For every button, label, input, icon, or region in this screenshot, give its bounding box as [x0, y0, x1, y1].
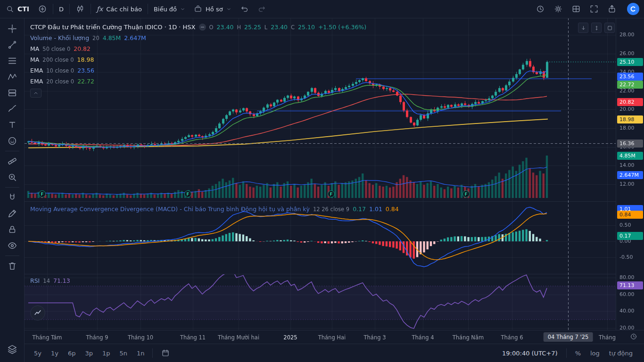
- range-button-5n[interactable]: 5n: [116, 348, 132, 359]
- price-axis[interactable]: 28.0026.0024.0022.0020.0018.0016.0014.00…: [616, 18, 644, 330]
- time-axis-label: 2025: [283, 334, 297, 341]
- indicator-legend-ma-50[interactable]: MA50 close 020.82: [30, 43, 366, 54]
- pane-collapse-button[interactable]: [591, 23, 602, 33]
- fullscreen-icon: [589, 4, 599, 14]
- go-to-date-button[interactable]: [157, 349, 174, 357]
- time-axis-label: Tháng: [599, 334, 616, 341]
- legend-hide-button[interactable]: [199, 24, 206, 31]
- chart-title[interactable]: CTCP Đầu tư Phát triển Cường Thuận IDICO…: [30, 24, 196, 31]
- indicator-params: 50 close 0: [42, 46, 70, 52]
- layout-select-button[interactable]: [569, 1, 584, 16]
- timezone-settings-icon[interactable]: [630, 333, 637, 340]
- zoom-tool[interactable]: [0, 169, 25, 185]
- indicator-name: EMA: [30, 67, 43, 74]
- chevron-down-icon: [226, 7, 231, 12]
- broker-logo[interactable]: [627, 3, 639, 15]
- financial-report-marker[interactable]: F: [462, 190, 470, 197]
- chevron-down-icon: [180, 7, 185, 12]
- indicator-name: EMA: [30, 78, 43, 85]
- chart-menu-button[interactable]: Biểu đồ: [149, 0, 190, 18]
- financial-report-marker[interactable]: F: [328, 190, 335, 197]
- range-button-5y[interactable]: 5y: [30, 348, 45, 359]
- range-button-6p[interactable]: 6p: [64, 348, 80, 359]
- volume-legend-row[interactable]: Volume - Khối lượng 20 4.85M 2.647M: [30, 33, 366, 43]
- share-button[interactable]: [604, 1, 619, 16]
- replay-button[interactable]: [533, 1, 548, 16]
- object-tree-tool[interactable]: [0, 341, 25, 357]
- time-axis-label: Tháng Năm: [453, 334, 484, 341]
- text-tool[interactable]: [0, 117, 25, 133]
- range-button-1n[interactable]: 1n: [133, 348, 149, 359]
- indicator-legend-ma-200[interactable]: MA200 close 018.98: [30, 54, 366, 65]
- indicator-legend-ema-10[interactable]: EMA10 close 023.56: [30, 65, 366, 76]
- volume-legend-value: 4.85M: [103, 34, 121, 41]
- auto-scale-button[interactable]: tự động: [604, 350, 637, 357]
- fib-retracement-tool[interactable]: [0, 53, 25, 69]
- toolbar-divider: [69, 4, 70, 14]
- indicator-params: 10 close 0: [46, 67, 74, 74]
- position-tool[interactable]: [0, 85, 25, 101]
- brush-tool[interactable]: [0, 101, 25, 117]
- rsi-legend[interactable]: RSI 14 71.13: [30, 275, 70, 286]
- toolbar-divider: [91, 4, 91, 14]
- redo-button[interactable]: [253, 0, 271, 18]
- chart-style-button[interactable]: [71, 0, 89, 18]
- undo-button[interactable]: [236, 0, 253, 18]
- pane-move-down-button[interactable]: [578, 23, 588, 33]
- indicator-value: 23.56: [77, 67, 94, 74]
- crosshair-tool[interactable]: [0, 21, 25, 37]
- macd-legend[interactable]: Moving Average Convergence Divergence (M…: [30, 204, 399, 214]
- financial-report-marker[interactable]: F: [184, 190, 191, 197]
- interval-button[interactable]: D: [55, 0, 68, 18]
- axis-tick: 40.00: [619, 308, 635, 314]
- compare-add-symbol-button[interactable]: [33, 0, 51, 18]
- crosshair-date-badge: 04 Tháng 7 '25: [544, 332, 593, 342]
- fullscreen-button[interactable]: [586, 1, 602, 16]
- macd-legend-title: Moving Average Convergence Divergence (M…: [30, 206, 310, 213]
- tradingview-watermark-icon[interactable]: [30, 305, 45, 321]
- emoji-tool[interactable]: [0, 133, 25, 149]
- indicator-legend-ema-20[interactable]: EMA20 close 022.72: [30, 76, 366, 87]
- magnet-tool[interactable]: [0, 189, 25, 206]
- symbol-search-button[interactable]: CTI: [0, 0, 33, 18]
- share-icon: [607, 4, 617, 14]
- candlestick-icon: [75, 4, 85, 14]
- macd-line-value: 1.01: [369, 206, 382, 213]
- profile-menu-button[interactable]: Hồ sơ: [190, 0, 236, 18]
- ohlc-close-value: 25.10: [298, 24, 315, 31]
- log-scale-button[interactable]: log: [586, 350, 604, 357]
- axis-tick: 22.00: [619, 88, 635, 94]
- percent-scale-button[interactable]: %: [570, 350, 586, 357]
- time-axis-label: Tháng 9: [86, 334, 108, 341]
- profile-menu-label: Hồ sơ: [206, 6, 223, 13]
- trend-line-tool[interactable]: [0, 37, 25, 53]
- time-axis[interactable]: Tháng TámTháng 9Tháng 10Tháng 11Tháng Mư…: [25, 330, 644, 344]
- clock-time[interactable]: 19:00:40 (UTC+7): [497, 350, 562, 357]
- settings-button[interactable]: [551, 1, 566, 16]
- clock-icon: [536, 4, 545, 14]
- draw-tool[interactable]: [0, 206, 25, 222]
- measure-tool[interactable]: [0, 153, 25, 169]
- rsi-legend-title: RSI: [30, 277, 40, 284]
- hide-drawings-tool[interactable]: [0, 238, 25, 254]
- legend-collapse-arrow[interactable]: [30, 89, 41, 98]
- search-icon: [6, 5, 14, 13]
- pane-maximize-button[interactable]: [604, 23, 615, 33]
- indicators-button[interactable]: ƒx Các chỉ báo: [92, 0, 146, 18]
- plus-circle-icon: [38, 4, 47, 14]
- range-button-1p[interactable]: 1p: [99, 348, 114, 359]
- remove-drawings-tool[interactable]: [0, 258, 25, 274]
- pattern-tool[interactable]: [0, 69, 25, 85]
- symbol-name: CTI: [17, 5, 29, 13]
- toolbar-divider: [53, 4, 53, 14]
- time-axis-label: Tháng 3: [364, 334, 386, 341]
- indicator-params: 20 close 0: [46, 78, 74, 85]
- range-button-3p[interactable]: 3p: [81, 348, 97, 359]
- drawing-toolbar: [0, 18, 25, 362]
- ohlc-open-value: 23.40: [217, 24, 234, 31]
- time-axis-label: Tháng Hai: [318, 334, 346, 341]
- lock-drawings-tool[interactable]: [0, 222, 25, 238]
- financial-report-marker[interactable]: F: [39, 190, 46, 197]
- axis-tick: 20.00: [619, 106, 635, 113]
- range-button-1y[interactable]: 1y: [47, 348, 62, 359]
